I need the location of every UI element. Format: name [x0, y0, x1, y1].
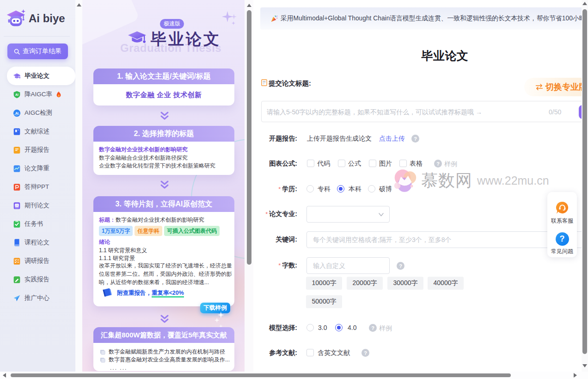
- radio-model-3[interactable]: [306, 324, 314, 331]
- sidebar-item-graduation-thesis[interactable]: 毕业论文: [7, 67, 75, 85]
- sidebar-item-defense-ppt[interactable]: 答辩PPT: [0, 178, 75, 196]
- tag-formula-chart-code: 可插入公式图表代码: [164, 226, 220, 236]
- checkbox-formula[interactable]: [338, 160, 345, 167]
- brand-logo: Ai biye: [6, 7, 65, 30]
- sidebar-item-reduce-aigc[interactable]: AI 降AIGC率: [0, 85, 75, 104]
- preset-10000-button[interactable]: 10000字: [306, 277, 342, 290]
- promo-step1-keywords: 数字金融 企业 技术创新: [93, 84, 234, 106]
- aigc-detect-icon: Ai: [13, 109, 21, 117]
- main-scrollbar-thumb[interactable]: [582, 9, 587, 354]
- tag-any-subject: 任意学科: [135, 226, 162, 236]
- sample-title-label: 标题：: [99, 217, 116, 223]
- sidebar-item-literature-review[interactable]: 文献综述: [0, 122, 75, 141]
- radio-model-4[interactable]: [335, 324, 343, 331]
- promo-scrollbar-track[interactable]: [245, 0, 253, 372]
- scroll-down-arrow[interactable]: [582, 364, 587, 367]
- radio-bachelor[interactable]: [337, 185, 344, 193]
- sidebar-scrollbar-track[interactable]: [75, 0, 82, 372]
- sidebar-item-task-book[interactable]: 任务书: [0, 215, 75, 233]
- scroll-up-arrow[interactable]: [77, 3, 81, 6]
- major-select[interactable]: [306, 206, 390, 223]
- promo-step2-card: 2. 选择推荐的标题 数字金融对企业技术创新的影响研究 数字金融融合企业技术创新…: [93, 126, 234, 175]
- scroll-up-arrow[interactable]: [582, 2, 587, 5]
- keywords-input[interactable]: 每个关键词用空格或者;隔开，至少3个，至多8个: [306, 231, 582, 248]
- horizontal-scrollbar-track[interactable]: [0, 372, 588, 379]
- help-icon[interactable]: ?: [434, 160, 442, 168]
- scroll-up-arrow[interactable]: [247, 4, 251, 7]
- help-icon[interactable]: ?: [411, 135, 419, 143]
- promo-step3-header: 3. 等待片刻，立得AI原创范文: [93, 196, 234, 212]
- preset-50000-button[interactable]: 50000字: [306, 295, 342, 308]
- promotion-center-icon: [13, 294, 21, 302]
- outline-line: 1.1 研究背景和意义: [99, 247, 147, 255]
- wordcount-input[interactable]: 输入自定义: [306, 257, 390, 274]
- outline-heading: 绪论: [99, 238, 147, 247]
- dataset-item: 数字普惠金融对农业企业高质量发展的影响及作...: [109, 356, 230, 364]
- chevron-down-icon: [379, 213, 384, 217]
- scroll-right-arrow[interactable]: [574, 373, 577, 378]
- click-upload-link[interactable]: 点击上传: [379, 135, 405, 143]
- sidebar-item-practice-report[interactable]: 实践报告: [0, 270, 75, 289]
- contact-service-label: 联系客服: [551, 217, 573, 225]
- recommended-title: 数字金融对企业技术创新的影响研究: [99, 146, 230, 154]
- char-counter: 0/50: [549, 108, 561, 116]
- preset-30000-button[interactable]: 30000字: [387, 277, 423, 290]
- checkbox-table[interactable]: [399, 160, 407, 167]
- literature-review-icon: [13, 128, 21, 136]
- wordcount-label: *字数:: [261, 261, 297, 270]
- sidebar-item-journal-paper[interactable]: 期刊论文: [0, 196, 75, 215]
- contact-service-item[interactable]: 联系客服: [547, 201, 577, 225]
- horizontal-scrollbar-thumb[interactable]: [11, 373, 511, 377]
- switch-arrows-icon: [535, 84, 544, 91]
- scroll-left-arrow[interactable]: [3, 373, 6, 378]
- chart-sample-link[interactable]: 样例: [444, 160, 457, 168]
- help-icon[interactable]: ?: [397, 262, 404, 270]
- main-scrollbar-track[interactable]: [582, 0, 588, 372]
- promo-step2-header: 2. 选择推荐的标题: [93, 126, 234, 142]
- promo-step1-card: 1. 输入论文主题/关键词/标题 数字金融 企业 技术创新: [93, 68, 234, 106]
- sidebar-item-paper-dedup[interactable]: 论文降重: [0, 159, 75, 178]
- flame-icon: [55, 91, 62, 98]
- sidebar-item-aigc-detect[interactable]: Ai AIGC检测: [0, 104, 75, 122]
- switch-pro-button[interactable]: 切换专业版: [524, 78, 582, 96]
- checkbox-code-label: 代码: [317, 160, 330, 168]
- checkbox-image[interactable]: [369, 160, 376, 167]
- sidebar-item-promotion-center[interactable]: 推广中心: [0, 289, 75, 307]
- promo-step3-card: 3. 等待片刻，立得AI原创范文 标题：数字金融对企业技术创新的影响研究 1万至…: [93, 196, 234, 306]
- major-label: *论文专业:: [261, 210, 297, 218]
- radio-master-phd[interactable]: [368, 185, 375, 193]
- checkbox-code[interactable]: [307, 160, 314, 167]
- survey-report-icon: [13, 257, 21, 265]
- promo-scrollbar-thumb[interactable]: [247, 10, 251, 265]
- checkbox-formula-label: 公式: [348, 160, 361, 168]
- sidebar-item-survey-report[interactable]: 调研报告: [0, 252, 75, 270]
- customer-service-icon: [555, 201, 570, 215]
- preset-20000-button[interactable]: 20000字: [347, 277, 383, 290]
- practice-report-icon: [13, 276, 21, 284]
- sidebar-item-label: AIGC检测: [24, 109, 52, 117]
- help-icon[interactable]: ?: [369, 324, 377, 332]
- sidebar-item-course-paper[interactable]: 课程论文: [0, 233, 75, 252]
- checkbox-english-references[interactable]: [306, 349, 314, 356]
- sample-excerpt: 改革开放以来，我国实现了经济的飞速增长，经济总量位居世界第二位。然而，受国内外政…: [99, 261, 233, 287]
- floating-menu: 联系客服 ? 常见问题: [547, 192, 577, 257]
- submit-title-label: 提交论文标题:: [269, 79, 311, 88]
- references-label: 参考文献:: [261, 349, 297, 357]
- sidebar-item-label: 期刊论文: [24, 201, 49, 210]
- faq-item[interactable]: ? 常见问题: [547, 232, 577, 255]
- search-icon: [14, 49, 20, 55]
- sidebar-item-proposal-report[interactable]: 开题报告: [0, 141, 75, 159]
- help-icon[interactable]: ?: [361, 349, 369, 357]
- journal-paper-icon: [13, 202, 21, 210]
- degree-label: *学历:: [261, 185, 297, 193]
- dataset-more: ... ...: [110, 365, 230, 371]
- question-icon: ?: [556, 232, 569, 246]
- preset-40000-button[interactable]: 40000字: [428, 277, 464, 290]
- page-title: 毕业论文: [261, 48, 582, 63]
- plagiarism-report-note: 附查重报告，重复率<20%: [117, 289, 184, 297]
- radio-junior-college[interactable]: [306, 185, 314, 193]
- brand-name: Ai biye: [29, 12, 65, 25]
- model-sample-link[interactable]: 样例: [379, 324, 392, 333]
- order-query-button[interactable]: 查询订单结果: [7, 43, 68, 59]
- faq-label: 常见问题: [551, 248, 573, 255]
